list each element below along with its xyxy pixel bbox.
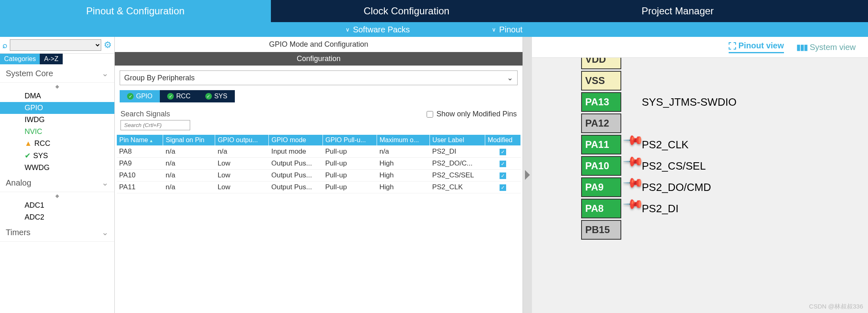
check-icon: ✓ <box>167 93 174 100</box>
tree-item-adc1[interactable]: ADC1 <box>0 200 114 211</box>
tree-item-dma[interactable]: DMA <box>0 90 114 102</box>
pin-vdd[interactable]: VDD <box>581 58 621 69</box>
periph-tab-rcc[interactable]: ✓RCC <box>160 90 198 102</box>
chevron-down-icon: ∨ <box>345 26 350 33</box>
col-modified[interactable]: Modified <box>485 135 521 146</box>
chevron-down-icon: ∨ <box>492 26 496 33</box>
section-system-core[interactable]: System Core⌄ <box>0 64 114 83</box>
pinout-menu[interactable]: ∨Pinout <box>492 25 523 34</box>
checkbox-checked-icon: ✓ <box>500 161 506 167</box>
warning-icon: ▲ <box>25 139 32 148</box>
tree-item-rcc[interactable]: ▲RCC <box>0 138 114 150</box>
az-tab[interactable]: A->Z <box>40 54 62 64</box>
tree-item-nvic[interactable]: NVIC <box>0 126 114 138</box>
check-icon: ✔ <box>25 151 31 160</box>
tree-item-wwdg[interactable]: WWDG <box>0 162 114 174</box>
col-max[interactable]: Maximum o... <box>377 135 430 146</box>
pin-row-pb15[interactable]: PB15 <box>581 220 852 240</box>
top-tabs: Pinout & Configuration Clock Configurati… <box>0 0 868 22</box>
table-row[interactable]: PA11n/aLowOutput Pus...Pull-upHighPS2_CL… <box>117 181 521 193</box>
chevron-down-icon: ⌄ <box>102 68 109 78</box>
pin-row-pa12[interactable]: PA12 <box>581 113 852 133</box>
pinout-view-tab[interactable]: Pinout view <box>729 41 784 53</box>
check-icon: ✓ <box>127 93 134 100</box>
categories-tab[interactable]: Categories <box>0 54 40 64</box>
gpio-mode-title: GPIO Mode and Configuration <box>115 37 523 52</box>
splitter-handle[interactable] <box>523 37 532 313</box>
tab-project-manager[interactable]: Project Manager <box>542 0 813 22</box>
configuration-bar: Configuration <box>115 52 523 66</box>
table-row[interactable]: PA8n/an/aInput modePull-upn/aPS2_DI✓ <box>117 146 521 158</box>
system-view-tab[interactable]: ▮▮▮System view <box>796 41 856 53</box>
right-panel: Pinout view ▮▮▮System view VDDVSSPA13SYS… <box>532 37 868 313</box>
pin-row-pa11[interactable]: PA11📌PS2_CLK <box>581 135 852 154</box>
periph-tab-sys[interactable]: ✓SYS <box>198 90 235 102</box>
pin-row-pa8[interactable]: PA8📌PS2_DI <box>581 199 852 218</box>
col-output[interactable]: GPIO outpu... <box>215 135 269 146</box>
chevron-down-icon: ⌄ <box>507 73 513 82</box>
pin-pa9[interactable]: PA9 <box>581 177 621 197</box>
periph-tab-gpio[interactable]: ✓GPIO <box>120 90 160 102</box>
pin-pa10[interactable]: PA10 <box>581 156 621 176</box>
sort-icon[interactable]: ◆ <box>0 192 114 200</box>
pin-label: PS2_DI <box>642 202 679 215</box>
left-panel: ⌕ ⚙ Categories A->Z System Core⌄ ◆ DMAGP… <box>0 37 115 313</box>
col-pull[interactable]: GPIO Pull-u... <box>323 135 377 146</box>
show-modified-checkbox[interactable]: Show only Modified Pins <box>427 110 517 118</box>
chevron-down-icon: ⌄ <box>102 178 109 188</box>
pin-pa13[interactable]: PA13 <box>581 92 621 112</box>
tree-item-adc2[interactable]: ADC2 <box>0 211 114 223</box>
search-select[interactable] <box>10 39 101 51</box>
arrow-right-icon <box>525 170 530 180</box>
pin-label: PS2_CS/SEL <box>642 160 706 172</box>
section-timers[interactable]: Timers⌄ <box>0 223 114 242</box>
check-icon: ✓ <box>205 93 212 100</box>
pin-vss[interactable]: VSS <box>581 71 621 91</box>
chip-view[interactable]: VDDVSSPA13SYS_JTMS-SWDIOPA12PA11📌PS2_CLK… <box>532 58 868 313</box>
pin-pa8[interactable]: PA8 <box>581 199 621 218</box>
pin-row-vss[interactable]: VSS <box>581 71 852 91</box>
pin-row-pa13[interactable]: PA13SYS_JTMS-SWDIO <box>581 92 852 112</box>
pin-pb15[interactable]: PB15 <box>581 220 621 240</box>
checkbox-checked-icon: ✓ <box>500 184 506 191</box>
col-pin-name[interactable]: Pin Name <box>117 135 163 146</box>
watermark: CSDN @林叔叔336 <box>809 303 863 311</box>
pin-label: PS2_DO/CMD <box>642 181 711 194</box>
pin-row-pa9[interactable]: PA9📌PS2_DO/CMD <box>581 177 852 197</box>
gear-icon[interactable]: ⚙ <box>104 40 112 50</box>
pin-pa11[interactable]: PA11 <box>581 135 621 154</box>
table-row[interactable]: PA10n/aLowOutput Pus...Pull-upHighPS2_CS… <box>117 170 521 181</box>
pin-row-vdd[interactable]: VDD <box>581 58 852 69</box>
col-mode[interactable]: GPIO mode <box>269 135 323 146</box>
tree-item-sys[interactable]: ✔SYS <box>0 150 114 162</box>
sort-icon[interactable]: ◆ <box>0 83 114 90</box>
search-signals-label: Search Signals <box>120 110 170 118</box>
chevron-down-icon: ⌄ <box>102 227 109 237</box>
chip-icon <box>729 42 736 50</box>
pin-label: PS2_CLK <box>642 138 688 151</box>
software-packs-menu[interactable]: ∨Software Packs <box>345 25 410 34</box>
search-signals-input[interactable] <box>120 120 190 130</box>
table-row[interactable]: PA9n/aLowOutput Pus...Pull-upHighPS2_DO/… <box>117 158 521 170</box>
tree-item-iwdg[interactable]: IWDG <box>0 114 114 126</box>
tab-clock-config[interactable]: Clock Configuration <box>271 0 543 22</box>
pin-pa12[interactable]: PA12 <box>581 113 621 133</box>
gpio-table: Pin Name Signal on Pin GPIO outpu... GPI… <box>116 134 521 193</box>
col-label[interactable]: User Label <box>430 135 485 146</box>
list-icon: ▮▮▮ <box>796 42 807 52</box>
col-signal[interactable]: Signal on Pin <box>163 135 215 146</box>
checkbox-checked-icon: ✓ <box>500 172 506 179</box>
tab-extra[interactable] <box>813 0 868 22</box>
section-analog[interactable]: Analog⌄ <box>0 174 114 192</box>
tree-item-gpio[interactable]: GPIO <box>0 102 114 114</box>
group-by-select[interactable]: Group By Peripherals⌄ <box>120 70 518 85</box>
checkbox-checked-icon: ✓ <box>500 149 506 155</box>
pin-row-pa10[interactable]: PA10📌PS2_CS/SEL <box>581 156 852 176</box>
sub-toolbar: ∨Software Packs ∨Pinout <box>0 22 868 37</box>
search-icon[interactable]: ⌕ <box>2 41 7 50</box>
middle-panel: GPIO Mode and Configuration Configuratio… <box>115 37 523 313</box>
tab-pinout-config[interactable]: Pinout & Configuration <box>0 0 271 22</box>
pin-label: SYS_JTMS-SWDIO <box>642 96 736 109</box>
